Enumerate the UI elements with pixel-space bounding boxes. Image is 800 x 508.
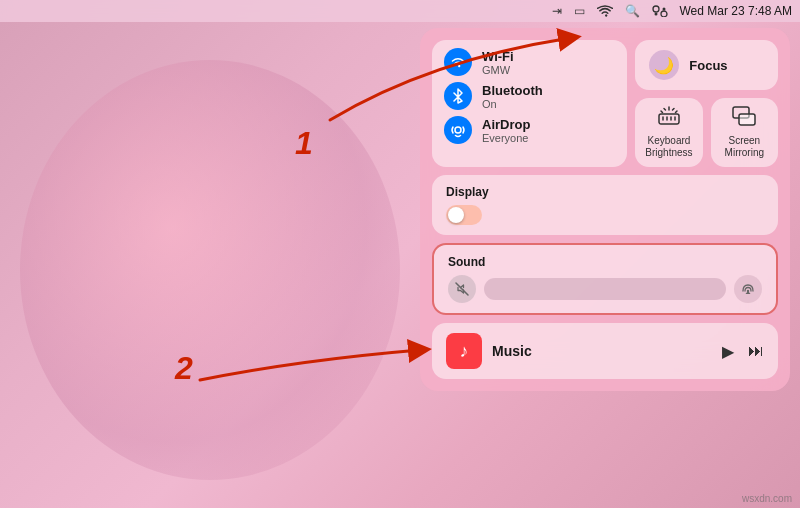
svg-rect-5 [659, 114, 679, 124]
skip-forward-button[interactable]: ⏭ [748, 342, 764, 360]
svg-line-14 [675, 111, 677, 113]
music-label: Music [492, 343, 712, 359]
keyboard-brightness-tile[interactable]: Keyboard Brightness [635, 98, 702, 167]
screen-mirroring-tile[interactable]: Screen Mirroring [711, 98, 778, 167]
display-block: Display [432, 175, 778, 235]
svg-rect-16 [739, 114, 755, 125]
arrow-2 [170, 310, 460, 410]
keyboard-brightness-label: Keyboard Brightness [643, 135, 694, 159]
menubar-time: Wed Mar 23 7:48 AM [680, 4, 793, 18]
svg-point-0 [653, 6, 659, 12]
screen-mirroring-label: Screen Mirroring [719, 135, 770, 159]
sound-slider[interactable] [484, 278, 726, 300]
music-block: ♪ Music ▶ ⏭ [432, 323, 778, 379]
display-section-label: Display [446, 185, 764, 199]
menubar: ⇥ ▭ 🔍 Wed Mar 23 7:48 AM [0, 0, 800, 22]
wifi-menubar-icon [597, 5, 613, 17]
watermark: wsxdn.com [742, 493, 792, 504]
svg-line-12 [672, 109, 674, 111]
arrows-icon: ⇥ [552, 4, 562, 18]
focus-label: Focus [689, 58, 727, 73]
airplay-icon[interactable] [734, 275, 762, 303]
sound-block: Sound [432, 243, 778, 315]
sound-row [448, 275, 762, 303]
svg-point-2 [654, 13, 657, 16]
focus-tile[interactable]: 🌙 Focus [635, 40, 778, 90]
right-column: 🌙 Focus [635, 40, 778, 167]
battery-icon: ▭ [574, 4, 585, 18]
svg-point-1 [662, 8, 665, 11]
music-controls: ▶ ⏭ [722, 342, 764, 361]
display-toggle[interactable] [446, 205, 482, 225]
play-button[interactable]: ▶ [722, 342, 734, 361]
arrow-1 [290, 20, 610, 140]
svg-line-11 [664, 109, 666, 111]
keyboard-brightness-icon [657, 106, 681, 131]
svg-point-3 [661, 11, 667, 17]
toggle-knob [448, 207, 464, 223]
search-menubar-icon[interactable]: 🔍 [625, 4, 640, 18]
small-tiles-row: Keyboard Brightness Screen Mirroring [635, 98, 778, 167]
sound-section-label: Sound [448, 255, 762, 269]
display-toggle-row [446, 205, 764, 225]
svg-line-13 [661, 111, 663, 113]
focus-icon: 🌙 [649, 50, 679, 80]
screen-mirroring-icon [732, 106, 756, 131]
mute-icon[interactable] [448, 275, 476, 303]
controlcenter-menubar-icon[interactable] [652, 5, 668, 17]
